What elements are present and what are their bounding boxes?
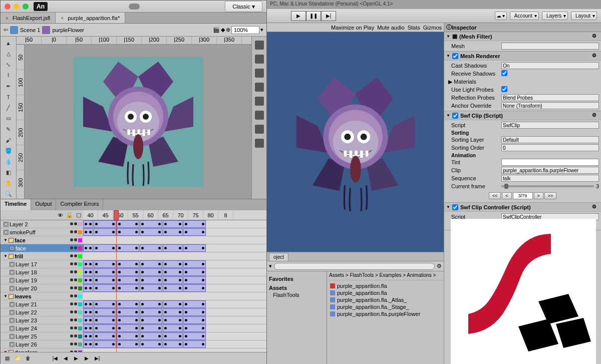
layer-row[interactable]: ▼📁 frill: [1, 252, 266, 260]
layer-frames[interactable]: [83, 268, 266, 276]
back-icon[interactable]: ⇦: [4, 27, 8, 33]
layer-frames[interactable]: [83, 332, 266, 340]
panel-icon[interactable]: [255, 139, 264, 148]
script-field[interactable]: [501, 122, 599, 129]
project-files[interactable]: purple_apparition.flapurple_apparition.f…: [327, 280, 444, 319]
panel-icon[interactable]: [255, 97, 264, 106]
panel-icon[interactable]: [255, 41, 264, 50]
tab-output[interactable]: Output: [31, 199, 56, 210]
light-probes-checkbox[interactable]: [501, 86, 507, 92]
expand-icon[interactable]: ▼: [446, 113, 450, 118]
layer-name[interactable]: ▢ Layer 17: [1, 260, 83, 268]
edit-scene-icon[interactable]: 🎬: [213, 27, 220, 33]
new-layer-button[interactable]: ▤: [3, 354, 12, 363]
gear-icon[interactable]: ⚙: [592, 33, 599, 40]
tint-color-field[interactable]: [501, 159, 599, 166]
layer-row[interactable]: ▢ face: [1, 244, 266, 252]
layer-name[interactable]: ▢ Layer 2: [1, 220, 83, 228]
document-tab[interactable]: × purple_apparition.fla*: [56, 13, 125, 23]
delete-layer-button[interactable]: 🗑: [24, 354, 33, 363]
layer-name[interactable]: ▢ Layer 25: [1, 332, 83, 340]
sorting-layer-select[interactable]: [501, 136, 599, 143]
current-frame-slider[interactable]: [501, 185, 594, 187]
gear-icon[interactable]: ⚙: [592, 112, 599, 119]
expand-icon[interactable]: ▼: [446, 54, 450, 58]
frame-counter-field[interactable]: [513, 192, 533, 199]
layer-name[interactable]: ▢ smokePuff: [1, 228, 83, 236]
mesh-field[interactable]: [501, 43, 599, 50]
receive-shadows-checkbox[interactable]: [501, 70, 507, 76]
clip-field[interactable]: [501, 167, 599, 174]
play-button[interactable]: ▶: [291, 11, 306, 21]
layers-dropdown[interactable]: Layers: [542, 12, 568, 20]
line-tool-icon[interactable]: ╱: [3, 103, 15, 113]
pencil-tool-icon[interactable]: ✎: [3, 125, 15, 134]
layer-row[interactable]: ▢ Layer 20: [1, 284, 266, 292]
component-header[interactable]: ▼ Mesh Renderer ⚙: [444, 52, 601, 61]
account-dropdown[interactable]: Account: [510, 12, 539, 20]
layer-frames[interactable]: [83, 348, 266, 352]
layer-name[interactable]: ▼📁 frill: [1, 252, 83, 260]
panel-icon[interactable]: [255, 55, 264, 64]
layer-row[interactable]: ▼📁 face: [1, 236, 266, 244]
layer-row[interactable]: ▼📁 leaves: [1, 292, 266, 300]
layer-row[interactable]: ▢ Layer 2: [1, 220, 266, 228]
layer-name[interactable]: ▢ Layer 20: [1, 284, 83, 292]
visibility-icon[interactable]: 👁: [58, 212, 63, 218]
layer-row[interactable]: ▢ Layer 25: [1, 332, 266, 340]
layer-row[interactable]: ▢ Layer 21: [1, 300, 266, 308]
step-button[interactable]: ▶|: [321, 11, 336, 21]
gear-icon[interactable]: ⚙: [592, 204, 599, 211]
layer-name[interactable]: ▢ Layer 22: [1, 308, 83, 316]
stage[interactable]: [25, 45, 251, 199]
expand-icon[interactable]: ▼: [446, 34, 450, 39]
layer-frames[interactable]: [83, 276, 266, 284]
component-enabled-checkbox[interactable]: [452, 53, 458, 59]
layer-row[interactable]: ▢ Layer 18: [1, 268, 266, 276]
mute-audio-toggle[interactable]: Mute audio: [377, 25, 404, 31]
layer-row[interactable]: ▢ smokePuff: [1, 228, 266, 236]
gear-icon[interactable]: ⚙: [592, 53, 599, 60]
layer-row[interactable]: ▢ Layer 17: [1, 260, 266, 268]
new-folder-button[interactable]: 📁: [13, 354, 22, 363]
tree-favorites[interactable]: Favorites: [269, 275, 325, 282]
cast-shadows-select[interactable]: [501, 62, 599, 69]
layer-frames[interactable]: [83, 324, 266, 332]
close-icon[interactable]: ×: [6, 16, 11, 21]
tab-timeline[interactable]: Timeline: [1, 199, 31, 210]
panel-icon[interactable]: [255, 111, 264, 120]
layer-name[interactable]: ▢ Layer 26: [1, 340, 83, 348]
play-button[interactable]: ▶: [72, 354, 81, 363]
maximize-window-button[interactable]: [23, 4, 29, 10]
layer-name[interactable]: ▼📁 danglers: [1, 348, 83, 352]
sorting-order-field[interactable]: [501, 144, 599, 151]
extension-toggle-icon[interactable]: [129, 4, 140, 10]
outline-icon[interactable]: ▢: [76, 212, 81, 218]
paint-bucket-tool-icon[interactable]: 🪣: [3, 146, 15, 156]
first-frame-button[interactable]: |◀: [51, 354, 60, 363]
zoom-tool-icon[interactable]: 🔍: [3, 189, 15, 199]
document-tab[interactable]: × FlashExport.jsfl: [1, 13, 56, 23]
layer-frames[interactable]: [83, 260, 266, 268]
layer-frames[interactable]: [83, 316, 266, 324]
layout-dropdown[interactable]: Layout: [571, 12, 597, 20]
minimize-window-button[interactable]: [14, 4, 20, 10]
last-frame-button[interactable]: ▶|: [93, 354, 102, 363]
layers-list[interactable]: ▢ Layer 2▢ smokePuff▼📁 face▢ face▼📁 fril…: [1, 220, 266, 352]
panel-icon[interactable]: [255, 83, 264, 92]
game-view[interactable]: [267, 32, 444, 252]
cloud-button[interactable]: ☁: [495, 12, 507, 20]
hand-tool-icon[interactable]: ✋: [3, 179, 15, 188]
component-header[interactable]: ▼ Swf Clip (Script) ⚙: [444, 111, 601, 120]
project-file-item[interactable]: purple_apparition.fla: [329, 289, 442, 296]
layer-name[interactable]: ▢ Layer 18: [1, 268, 83, 276]
rectangle-tool-icon[interactable]: ▭: [3, 114, 15, 124]
scene-name[interactable]: Scene 1: [20, 27, 40, 33]
project-tab[interactable]: oject: [269, 253, 288, 261]
layer-name[interactable]: ▢ Layer 19: [1, 276, 83, 284]
eyedropper-tool-icon[interactable]: 💧: [3, 157, 15, 167]
project-tree[interactable]: Favorites Assets FlashTools: [267, 271, 327, 364]
layer-row[interactable]: ▢ Layer 26: [1, 340, 266, 348]
next-frame-button[interactable]: >: [534, 192, 543, 199]
anchor-override-field[interactable]: [501, 102, 599, 109]
